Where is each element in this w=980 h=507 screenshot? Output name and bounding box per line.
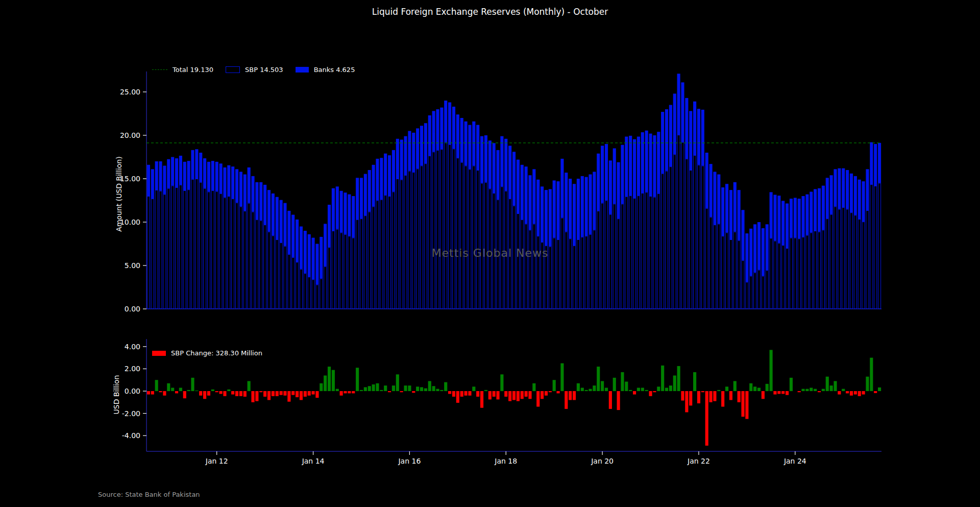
banks-bar [340,191,343,233]
sbp-bar [364,216,366,309]
sbp-bar [296,262,299,309]
banks-bar [729,190,732,239]
sbp-change-bar [753,387,756,391]
sbp-change-bar [729,391,732,400]
sbp-change-bar [183,391,186,398]
sbp-change-bar [838,391,841,395]
sbp-change-bar [805,389,808,391]
banks-bar [721,187,724,236]
banks-bar [207,162,210,192]
banks-bar [203,158,206,188]
banks-bar [597,154,600,211]
banks-bar [850,174,853,213]
banks-bar [577,179,580,239]
sbp-bar [709,217,712,308]
banks-bar [368,170,371,212]
sbp-change-bar [653,391,656,392]
sbp-change-bar [432,386,435,391]
sbp-change-bar [641,388,644,391]
sbp-change-bar [376,383,379,391]
banks-bar [171,157,174,186]
banks-bar [444,101,447,142]
sbp-bar [565,232,568,308]
x-tick-label: Jan 14 [302,457,325,465]
banks-bar [456,114,459,158]
banks-bar [436,109,439,150]
sbp-bar [597,211,600,308]
banks-bar [517,160,520,213]
bottom-y-tick-label: 0.00 [125,387,140,395]
banks-bar [866,169,869,210]
banks-bar [673,93,676,154]
sbp-change-bar [179,388,182,391]
sbp-change-bar [521,391,524,399]
banks-bar [493,143,496,193]
banks-bar [693,102,696,155]
banks-bar [870,142,873,184]
sbp-change-bar [770,350,773,391]
sbp-change-bar [685,391,688,412]
sbp-bar [718,224,720,309]
banks-bar [348,195,351,236]
banks-bar [336,186,339,229]
sbp-bar [400,180,403,308]
sbp-bar [332,231,334,309]
sbp-change-bar [673,375,676,391]
bottom-y-tick-label: -2.00 [122,409,140,418]
sbp-change-bar [219,391,223,394]
x-tick-label: Jan 22 [687,457,710,465]
sbp-bar [344,234,347,308]
banks-bar [248,167,251,203]
banks-bar [541,186,544,242]
sbp-bar [445,142,447,308]
sbp-change-bar [272,391,275,396]
banks-bar [633,139,636,199]
banks-bar [553,180,556,237]
banks-bar [641,132,644,193]
sbp-change-bar [577,383,580,391]
sbp-change-bar [296,391,299,397]
banks-bar [733,182,737,232]
sbp-bar [195,179,198,309]
sbp-change-bar [536,391,540,407]
sbp-change-bar [452,391,455,397]
sbp-bar [428,156,431,308]
sbp-change-bar [364,387,367,391]
banks-bar [235,169,238,202]
sbp-change-bar [569,391,572,400]
banks-bar [432,111,435,152]
sbp-change-bar [842,389,845,391]
sbp-change-bar [356,368,359,391]
bottom-y-tick-label: -4.00 [122,431,140,440]
banks-bar [191,150,194,179]
sbp-change-bar [762,391,765,399]
banks-bar [179,156,182,185]
banks-bar [163,166,166,195]
sbp-change-bar [528,391,531,399]
banks-bar [239,172,242,206]
banks-bar [352,196,355,238]
banks-bar [276,197,279,239]
sbp-change-bar [777,391,780,394]
banks-bar [625,137,628,197]
sbp-change-bar [593,385,596,391]
banks-bar [267,190,271,232]
banks-bar [468,125,471,170]
sbp-change-bar [858,391,861,396]
sbp-bar [766,271,768,309]
sbp-change-bar [850,391,853,396]
sbp-bar [521,220,523,308]
sbp-bar [762,276,764,309]
sbp-change-bar [408,385,411,391]
sbp-bar [300,269,302,308]
banks-bar [697,109,700,165]
sbp-change-bar [203,391,206,399]
banks-bar [428,115,431,156]
sbp-change-bar [689,391,692,405]
sbp-change-bar [420,387,423,391]
banks-bar [685,98,688,159]
sbp-bar [304,274,306,309]
sbp-change-bar [175,391,178,393]
sbp-change-bar [605,388,608,391]
sbp-change-bar [525,391,528,397]
